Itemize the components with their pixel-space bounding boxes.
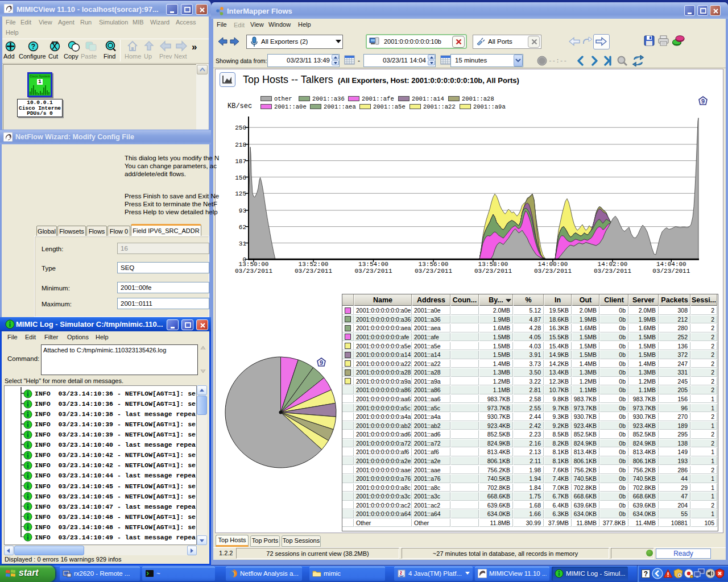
svg-text:218: 218	[235, 142, 246, 148]
svg-text:14:00:00: 14:00:00	[538, 261, 568, 268]
svg-text:14:04:00: 14:04:00	[656, 261, 686, 268]
svg-text:03/23/2011: 03/23/2011	[295, 268, 332, 275]
svg-text:31: 31	[239, 240, 247, 247]
svg-text:03/23/2011: 03/23/2011	[652, 268, 690, 275]
svg-text:156: 156	[235, 174, 246, 181]
svg-text:9: 9	[320, 359, 323, 366]
svg-text:62: 62	[239, 224, 246, 231]
svg-text:03/23/2011: 03/23/2011	[474, 268, 512, 275]
svg-text:93: 93	[239, 207, 246, 214]
svg-text:03/23/2011: 03/23/2011	[534, 268, 572, 275]
svg-text:13:52:00: 13:52:00	[299, 261, 329, 268]
svg-text:13:50:00: 13:50:00	[239, 261, 269, 268]
svg-text:03/23/2011: 03/23/2011	[354, 268, 392, 275]
svg-text:?: ?	[31, 43, 35, 51]
svg-text:13:58:00: 13:58:00	[478, 261, 508, 268]
svg-text:125: 125	[235, 190, 246, 197]
svg-text:187: 187	[235, 158, 246, 165]
svg-text:03/23/2011: 03/23/2011	[594, 268, 631, 275]
svg-text:03/23/2011: 03/23/2011	[415, 268, 452, 275]
svg-text:14:02:00: 14:02:00	[598, 261, 628, 268]
svg-text:13:56:00: 13:56:00	[419, 261, 449, 268]
svg-text:13:54:00: 13:54:00	[358, 261, 388, 268]
svg-text:250: 250	[235, 124, 246, 131]
svg-text:03/23/2011: 03/23/2011	[235, 268, 272, 275]
